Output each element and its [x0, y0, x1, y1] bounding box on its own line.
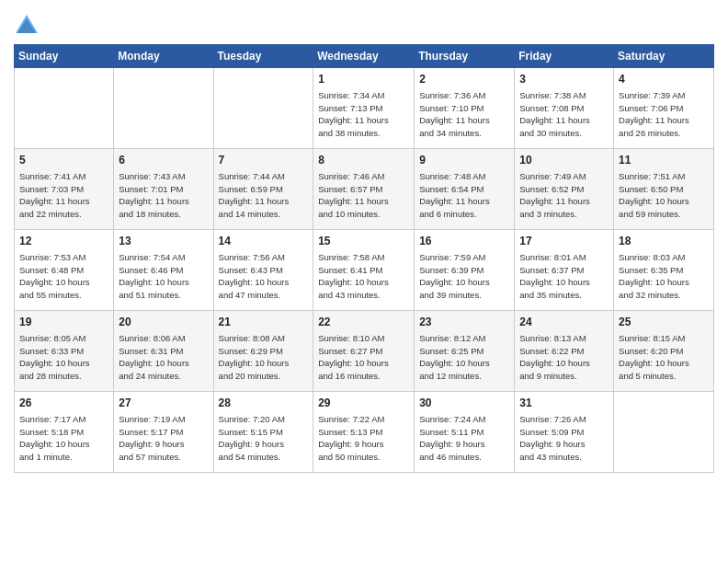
day-info: Sunrise: 7:54 AM Sunset: 6:46 PM Dayligh…: [119, 251, 208, 302]
day-info: Sunrise: 7:56 AM Sunset: 6:43 PM Dayligh…: [219, 251, 309, 302]
day-info: Sunrise: 8:03 AM Sunset: 6:35 PM Dayligh…: [619, 251, 709, 302]
calendar-cell: 1Sunrise: 7:34 AM Sunset: 7:13 PM Daylig…: [313, 68, 415, 149]
day-number: 12: [19, 234, 108, 249]
weekday-header-row: SundayMondayTuesdayWednesdayThursdayFrid…: [15, 45, 714, 68]
calendar-cell: 24Sunrise: 8:13 AM Sunset: 6:22 PM Dayli…: [515, 311, 614, 392]
day-number: 21: [219, 315, 309, 330]
day-info: Sunrise: 7:43 AM Sunset: 7:01 PM Dayligh…: [119, 170, 208, 221]
day-number: 10: [519, 153, 609, 168]
day-info: Sunrise: 7:46 AM Sunset: 6:57 PM Dayligh…: [318, 170, 409, 221]
day-info: Sunrise: 7:38 AM Sunset: 7:08 PM Dayligh…: [519, 89, 609, 140]
weekday-header-thursday: Thursday: [415, 45, 515, 68]
day-info: Sunrise: 7:17 AM Sunset: 5:18 PM Dayligh…: [19, 413, 108, 464]
calendar-cell: 12Sunrise: 7:53 AM Sunset: 6:48 PM Dayli…: [15, 230, 114, 311]
day-number: 30: [419, 396, 509, 411]
day-number: 26: [19, 396, 108, 411]
week-row-2: 12Sunrise: 7:53 AM Sunset: 6:48 PM Dayli…: [15, 230, 714, 311]
calendar-cell: 31Sunrise: 7:26 AM Sunset: 5:09 PM Dayli…: [515, 392, 614, 473]
calendar-cell: 27Sunrise: 7:19 AM Sunset: 5:17 PM Dayli…: [114, 392, 213, 473]
week-row-4: 26Sunrise: 7:17 AM Sunset: 5:18 PM Dayli…: [15, 392, 714, 473]
day-number: 31: [519, 396, 609, 411]
weekday-header-saturday: Saturday: [614, 45, 714, 68]
calendar-cell: 2Sunrise: 7:36 AM Sunset: 7:10 PM Daylig…: [415, 68, 515, 149]
calendar-cell: 7Sunrise: 7:44 AM Sunset: 6:59 PM Daylig…: [213, 149, 313, 230]
day-info: Sunrise: 8:13 AM Sunset: 6:22 PM Dayligh…: [519, 332, 609, 383]
weekday-header-tuesday: Tuesday: [213, 45, 313, 68]
calendar-cell: 28Sunrise: 7:20 AM Sunset: 5:15 PM Dayli…: [213, 392, 313, 473]
day-info: Sunrise: 7:26 AM Sunset: 5:09 PM Dayligh…: [519, 413, 609, 464]
calendar-cell: 10Sunrise: 7:49 AM Sunset: 6:52 PM Dayli…: [515, 149, 614, 230]
day-info: Sunrise: 7:41 AM Sunset: 7:03 PM Dayligh…: [19, 170, 108, 221]
calendar-cell: 16Sunrise: 7:59 AM Sunset: 6:39 PM Dayli…: [415, 230, 515, 311]
logo-icon: [14, 13, 40, 39]
day-number: 9: [419, 153, 509, 168]
day-info: Sunrise: 7:36 AM Sunset: 7:10 PM Dayligh…: [419, 89, 509, 140]
day-info: Sunrise: 7:44 AM Sunset: 6:59 PM Dayligh…: [219, 170, 309, 221]
day-number: 13: [119, 234, 208, 249]
day-number: 7: [219, 153, 309, 168]
day-info: Sunrise: 7:24 AM Sunset: 5:11 PM Dayligh…: [419, 413, 509, 464]
day-info: Sunrise: 8:12 AM Sunset: 6:25 PM Dayligh…: [419, 332, 509, 383]
day-number: 29: [318, 396, 409, 411]
weekday-header-friday: Friday: [515, 45, 614, 68]
calendar-cell: 14Sunrise: 7:56 AM Sunset: 6:43 PM Dayli…: [213, 230, 313, 311]
weekday-header-wednesday: Wednesday: [313, 45, 415, 68]
day-number: 1: [318, 72, 409, 87]
calendar-cell: 11Sunrise: 7:51 AM Sunset: 6:50 PM Dayli…: [614, 149, 714, 230]
calendar-cell: 29Sunrise: 7:22 AM Sunset: 5:13 PM Dayli…: [313, 392, 415, 473]
day-info: Sunrise: 7:51 AM Sunset: 6:50 PM Dayligh…: [619, 170, 709, 221]
calendar-cell: 6Sunrise: 7:43 AM Sunset: 7:01 PM Daylig…: [114, 149, 213, 230]
calendar-cell: 30Sunrise: 7:24 AM Sunset: 5:11 PM Dayli…: [415, 392, 515, 473]
day-number: 11: [619, 153, 709, 168]
day-number: 22: [318, 315, 409, 330]
calendar-table: SundayMondayTuesdayWednesdayThursdayFrid…: [14, 44, 714, 473]
calendar-cell: 4Sunrise: 7:39 AM Sunset: 7:06 PM Daylig…: [614, 68, 714, 149]
day-number: 4: [619, 72, 709, 87]
calendar-cell: 20Sunrise: 8:06 AM Sunset: 6:31 PM Dayli…: [114, 311, 213, 392]
day-number: 3: [519, 72, 609, 87]
calendar-cell: 3Sunrise: 7:38 AM Sunset: 7:08 PM Daylig…: [515, 68, 614, 149]
day-info: Sunrise: 7:53 AM Sunset: 6:48 PM Dayligh…: [19, 251, 108, 302]
day-number: 6: [119, 153, 208, 168]
day-info: Sunrise: 8:10 AM Sunset: 6:27 PM Dayligh…: [318, 332, 409, 383]
calendar-cell: 21Sunrise: 8:08 AM Sunset: 6:29 PM Dayli…: [213, 311, 313, 392]
day-info: Sunrise: 8:08 AM Sunset: 6:29 PM Dayligh…: [219, 332, 309, 383]
day-info: Sunrise: 7:20 AM Sunset: 5:15 PM Dayligh…: [219, 413, 309, 464]
day-info: Sunrise: 8:01 AM Sunset: 6:37 PM Dayligh…: [519, 251, 609, 302]
day-number: 15: [318, 234, 409, 249]
day-info: Sunrise: 8:05 AM Sunset: 6:33 PM Dayligh…: [19, 332, 108, 383]
day-number: 14: [219, 234, 309, 249]
calendar-cell: 8Sunrise: 7:46 AM Sunset: 6:57 PM Daylig…: [313, 149, 415, 230]
day-number: 19: [19, 315, 108, 330]
day-number: 27: [119, 396, 208, 411]
day-number: 25: [619, 315, 709, 330]
calendar-cell: 5Sunrise: 7:41 AM Sunset: 7:03 PM Daylig…: [15, 149, 114, 230]
day-info: Sunrise: 7:34 AM Sunset: 7:13 PM Dayligh…: [318, 89, 409, 140]
day-info: Sunrise: 8:06 AM Sunset: 6:31 PM Dayligh…: [119, 332, 208, 383]
day-info: Sunrise: 7:58 AM Sunset: 6:41 PM Dayligh…: [318, 251, 409, 302]
day-number: 5: [19, 153, 108, 168]
week-row-3: 19Sunrise: 8:05 AM Sunset: 6:33 PM Dayli…: [15, 311, 714, 392]
day-info: Sunrise: 7:59 AM Sunset: 6:39 PM Dayligh…: [419, 251, 509, 302]
week-row-1: 5Sunrise: 7:41 AM Sunset: 7:03 PM Daylig…: [15, 149, 714, 230]
calendar-cell: [15, 68, 114, 149]
logo: [14, 13, 43, 39]
day-info: Sunrise: 7:22 AM Sunset: 5:13 PM Dayligh…: [318, 413, 409, 464]
calendar-cell: 22Sunrise: 8:10 AM Sunset: 6:27 PM Dayli…: [313, 311, 415, 392]
calendar-cell: 13Sunrise: 7:54 AM Sunset: 6:46 PM Dayli…: [114, 230, 213, 311]
calendar-cell: 15Sunrise: 7:58 AM Sunset: 6:41 PM Dayli…: [313, 230, 415, 311]
day-info: Sunrise: 7:39 AM Sunset: 7:06 PM Dayligh…: [619, 89, 709, 140]
day-number: 23: [419, 315, 509, 330]
calendar-cell: 23Sunrise: 8:12 AM Sunset: 6:25 PM Dayli…: [415, 311, 515, 392]
calendar-cell: 19Sunrise: 8:05 AM Sunset: 6:33 PM Dayli…: [15, 311, 114, 392]
week-row-0: 1Sunrise: 7:34 AM Sunset: 7:13 PM Daylig…: [15, 68, 714, 149]
day-info: Sunrise: 7:48 AM Sunset: 6:54 PM Dayligh…: [419, 170, 509, 221]
day-number: 16: [419, 234, 509, 249]
day-number: 18: [619, 234, 709, 249]
day-info: Sunrise: 8:15 AM Sunset: 6:20 PM Dayligh…: [619, 332, 709, 383]
day-number: 17: [519, 234, 609, 249]
day-number: 8: [318, 153, 409, 168]
day-number: 20: [119, 315, 208, 330]
weekday-header-monday: Monday: [114, 45, 213, 68]
day-number: 28: [219, 396, 309, 411]
